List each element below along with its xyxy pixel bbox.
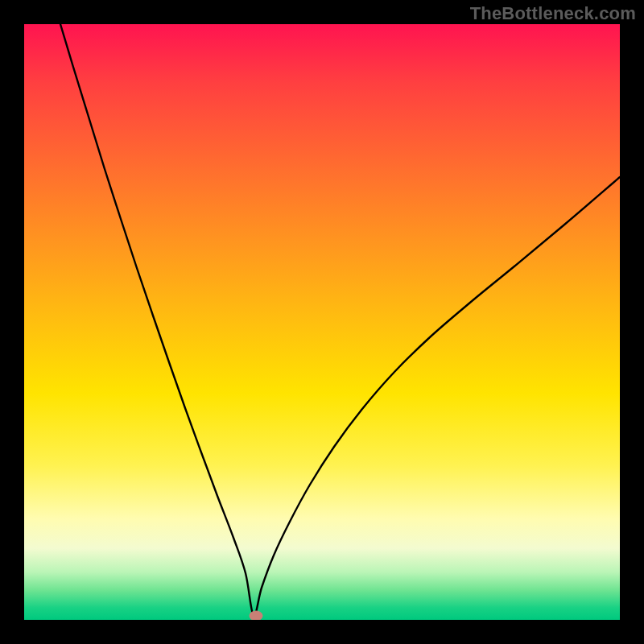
watermark-text: TheBottleneck.com [470, 3, 636, 24]
min-marker [250, 611, 262, 620]
bottleneck-curve [60, 24, 620, 616]
plot-svg [24, 24, 620, 620]
chart-frame: TheBottleneck.com [0, 0, 644, 644]
plot-area [24, 24, 620, 620]
